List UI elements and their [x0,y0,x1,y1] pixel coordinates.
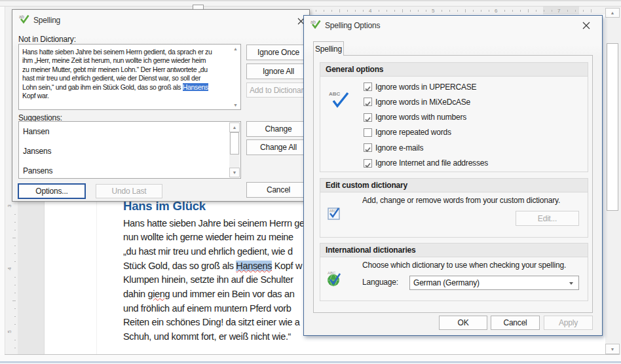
ruler-tick [418,10,419,12]
checkbox-ignore-words-in-mixedcase[interactable] [364,98,372,106]
globe-dictionary-icon: ABC [326,270,343,288]
suggestion-item[interactable]: Pansens [23,166,52,175]
svg-text:ABC: ABC [329,91,341,97]
vertical-ruler-line [5,7,5,354]
suggestions-scroll-up[interactable]: ▲ [229,122,240,132]
checkbox-ignore-repeated-words[interactable] [364,128,372,137]
ruler-number: 4 [369,8,371,14]
misspelled-word: gieng [147,289,170,299]
spellcheck-icon: ab [19,14,29,24]
suggestions-scroll-down[interactable]: ▼ [229,168,240,177]
ruler-tick [14,246,16,246]
international-dictionaries-group: International dictionaries Choose which … [320,243,588,301]
checkbox-ignore-internet-and-file-addresses[interactable] [364,159,372,168]
ruler-tick [14,214,16,215]
selected-word: Hansens [236,261,272,271]
dictionary-icon: ABC [327,206,341,221]
ruler-tick [14,324,16,325]
ruler-number: 5 [432,8,434,14]
combo-dropdown-icon[interactable] [569,282,573,285]
status-strip [0,355,621,361]
ruler-tick [14,308,16,309]
spelling-cancel-button[interactable]: Cancel [246,182,310,198]
apply-button[interactable]: Apply [544,316,593,330]
page-margin-guide [96,200,97,354]
language-label: Language: [362,278,398,287]
document-text-line: dahin gieng und immer ein Bein vor das a… [123,289,294,299]
left-app-strip [0,7,5,357]
ignore-once-button[interactable]: Ignore Once [246,45,310,60]
scrollbar-up-button[interactable]: ▲ [605,8,620,18]
undo-last-button[interactable]: Undo Last [96,184,162,198]
checkbox-label: Ignore Internet and file addresses [375,158,488,168]
ruler-tick [449,10,450,12]
ruler-tick [504,10,505,12]
ruler-tick [14,277,16,278]
custom-dictionary-description: Add, change or remove words from your cu… [362,196,560,205]
ruler-tick [316,10,316,12]
svg-text:ABC: ABC [328,271,336,275]
not-in-dictionary-textbox[interactable]: Hans hatte sieben Jahre bei seinem Herrn… [18,44,241,110]
svg-text:ab: ab [19,14,24,19]
document-text-line: nun wollte ich gerne wieder heim zu mein… [123,232,293,242]
change-button[interactable]: Change [246,121,310,137]
ruler-tick [339,9,340,12]
document-text-line: Reiten ein schönes Ding! da sitzt einer … [123,317,300,327]
ruler-tick [544,10,544,12]
ruler-tick [481,10,481,12]
abc-check-icon: ABC [328,88,351,111]
ruler-tick [465,9,466,12]
ruler-tick [12,300,16,301]
add-to-dictionary-button[interactable]: Add to Dictionary [246,82,310,98]
ruler-tick [489,10,489,12]
spelling-dialog: ab Spelling Not in Dictionary: Hans hatt… [12,9,310,202]
ok-button[interactable]: OK [439,316,487,330]
ruler-tick [575,10,576,12]
ruler-number: 6 [495,8,497,14]
suggestion-item[interactable]: Jansens [23,147,51,156]
checkbox-ignore-words-in-uppercase[interactable] [364,82,372,91]
edit-dictionary-button[interactable]: Edit... [516,211,579,226]
textbox-line: ihm „Herr, meine Zeit ist herum, nun wol… [22,56,227,65]
options-cancel-button[interactable]: Cancel [491,316,540,330]
suggestions-list[interactable]: HansenJansensPansens ▲ ▼ [18,121,241,179]
ruler-tick [442,10,442,12]
ruler-number: 3 [7,204,12,207]
scrollbar-thumb[interactable] [607,43,618,211]
options-button[interactable]: Options... [18,183,86,199]
checkbox-ignore-words-with-numbers[interactable] [364,113,372,122]
ruler-tick [379,10,379,12]
ruler-tick [410,10,411,12]
ruler-tick [457,10,458,12]
textbox-line: hast mir treu und ehrlich gedient, wie d… [22,74,227,82]
language-combobox[interactable]: German (Germany) [409,276,579,290]
suggestion-item[interactable]: Hansen [23,127,49,136]
ruler-number: 5 [7,330,12,333]
change-all-button[interactable]: Change All [246,139,310,155]
not-in-dictionary-label: Not in Dictionary: [18,35,76,44]
ruler-number: 4 [7,267,12,270]
options-close-icon[interactable] [582,21,591,30]
ruler-tick [426,10,426,12]
textbox-line: Hans hatte sieben Jahre bei seinem Herrn… [22,48,227,56]
ruler-tick [14,316,16,317]
textbox-scroll-down-icon[interactable]: ▼ [233,103,238,107]
ruler-tick [583,10,584,12]
checkbox-ignore-e-mails[interactable] [364,143,372,152]
checkbox-label: Ignore words in UPPERCASE [375,82,476,92]
textbox-scroll-up-icon[interactable]: ▲ [233,46,238,51]
document-text-line: „du hast mir treu und ehrlich gedient, w… [123,246,293,257]
toolbar-strip-body [0,1,621,7]
tab-spelling[interactable]: Spelling [313,41,344,56]
ruler-tick [552,10,552,12]
suggestions-scroll-thumb[interactable] [230,132,239,155]
selected-word: Hansens [183,83,208,91]
ignore-all-button[interactable]: Ignore All [246,64,310,79]
scrollbar-down-button[interactable]: ▼ [605,344,620,354]
ruler-tick [331,10,332,12]
custom-dictionary-header: Edit custom dictionary [320,179,588,192]
ruler-tick [386,10,387,12]
ruler-tick [512,10,513,12]
ruler-tick [394,10,395,12]
custom-dictionary-group: Edit custom dictionary Add, change or re… [320,178,588,238]
